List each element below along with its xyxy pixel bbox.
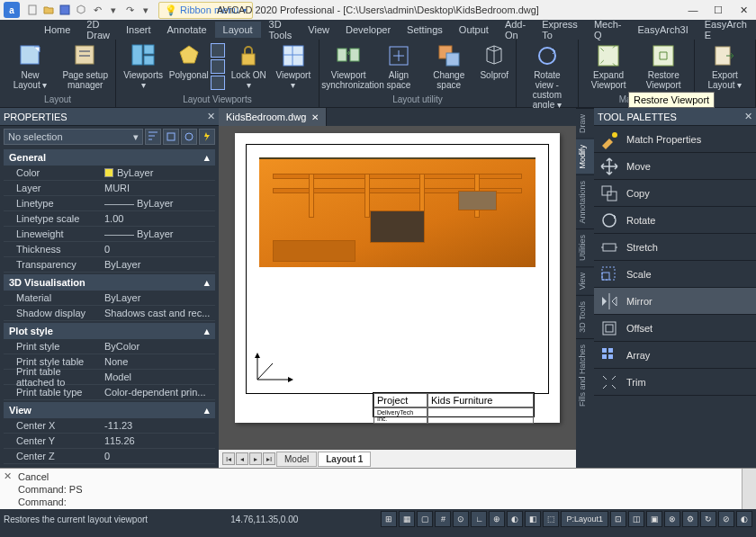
palette-stretch[interactable]: Stretch [594, 234, 756, 261]
lightning-icon[interactable] [199, 129, 215, 145]
menu-layout[interactable]: Layout [215, 22, 261, 38]
status-btn-r7[interactable]: ◐ [736, 511, 752, 527]
status-btn-r0[interactable]: ⊡ [610, 511, 626, 527]
ribbon-solprof-button[interactable]: Solprof [476, 41, 512, 92]
status-toggle-1[interactable]: ▦ [399, 511, 415, 527]
ribbon-layout-new-button[interactable]: New Layout ▾ [4, 41, 57, 92]
palette-offset[interactable]: Offset [594, 315, 756, 342]
viewport-small-btn[interactable] [211, 43, 225, 58]
palette-tab-annotations[interactable]: Annotations [576, 175, 594, 229]
prop-row[interactable]: LayerMURI [4, 181, 215, 196]
menu-developer[interactable]: Developer [338, 22, 399, 38]
ribbon-viewports-button[interactable]: Viewports ▾ [120, 41, 166, 92]
prop-section-plot-style[interactable]: Plot style▴ [4, 323, 215, 339]
status-toggle-7[interactable]: ◐ [507, 511, 523, 527]
ribbon-rotate-button[interactable]: Rotate view - custom angle ▾ [520, 41, 573, 112]
viewport-small-btn[interactable] [211, 76, 225, 90]
palette-scale[interactable]: Scale [594, 261, 756, 288]
status-toggle-6[interactable]: ⊕ [489, 511, 505, 527]
palette-tab-fills-and-hatches[interactable]: Fills and Hatches [576, 338, 594, 412]
palette-tab-draw[interactable]: Draw [576, 108, 594, 139]
tab-close-icon[interactable]: ✕ [311, 112, 319, 122]
prop-row[interactable]: MaterialByLayer [4, 291, 215, 306]
status-btn-r2[interactable]: ▣ [646, 511, 662, 527]
layout1-tab[interactable]: Layout 1 [318, 452, 371, 467]
palettes-close-icon[interactable]: ✕ [744, 111, 752, 122]
pick-toggle-icon[interactable] [181, 129, 197, 145]
prop-section-3d-visualisation[interactable]: 3D Visualisation▴ [4, 274, 215, 291]
status-toggle-5[interactable]: ∟ [471, 511, 487, 527]
layout-canvas[interactable]: ProjectKids Furniture DeliveryTech Inc. [219, 126, 576, 450]
menu-annotate[interactable]: Annotate [159, 22, 215, 38]
palette-tab-modify[interactable]: Modify [576, 139, 594, 175]
menu-output[interactable]: Output [451, 22, 497, 38]
ribbon-align-button[interactable]: Align space [376, 41, 421, 92]
prop-row[interactable]: Print table typeColor-dependent prin... [4, 385, 215, 400]
tab-prev-icon[interactable]: ◂ [236, 452, 248, 465]
qat-save-icon[interactable] [58, 3, 72, 17]
palette-mirror[interactable]: Mirror [594, 288, 756, 315]
palette-tab-view[interactable]: View [576, 266, 594, 295]
palette-tab-3d-tools[interactable]: 3D Tools [576, 295, 594, 338]
prop-row[interactable]: Center Y115.26 [4, 434, 215, 449]
qat-redo-icon[interactable]: ↷ [122, 3, 137, 17]
qat-undo-list-icon[interactable]: ▾ [106, 3, 121, 17]
model-tab[interactable]: Model [276, 452, 317, 467]
maximize-button[interactable]: ☐ [706, 0, 731, 20]
status-layout-button[interactable]: P:Layout1 [561, 511, 608, 527]
ribbon-page-setup-button[interactable]: Page setup manager [58, 41, 112, 92]
document-tab[interactable]: KidsBedroom.dwg ✕ [219, 108, 327, 126]
ribbon-expand-button[interactable]: Expand Viewport [582, 41, 635, 92]
status-toggle-4[interactable]: ⊙ [453, 511, 469, 527]
menu-view[interactable]: View [300, 22, 338, 38]
palette-copy[interactable]: Copy [594, 180, 756, 207]
prop-row[interactable]: Shadow displayShadows cast and rec... [4, 306, 215, 321]
prop-row[interactable]: Thickness0 [4, 242, 215, 257]
status-toggle-8[interactable]: ◧ [525, 511, 541, 527]
status-btn-r1[interactable]: ◫ [628, 511, 644, 527]
prop-row[interactable]: TransparencyByLayer [4, 257, 215, 273]
status-toggle-3[interactable]: # [435, 511, 451, 527]
palette-move[interactable]: Move [594, 153, 756, 180]
ribbon-change-space-button[interactable]: Change space [423, 41, 474, 92]
cmd-scrollbar[interactable] [742, 469, 756, 509]
close-button[interactable]: ✕ [731, 0, 756, 20]
status-toggle-0[interactable]: ⊞ [381, 511, 397, 527]
prop-row[interactable]: ColorByLayer [4, 166, 215, 181]
ribbon-viewport-button[interactable]: Viewport ▾ [272, 41, 315, 92]
status-btn-r6[interactable]: ⊘ [718, 511, 734, 527]
ribbon-sync-button[interactable]: Viewport synchronization [323, 41, 374, 92]
menu-insert[interactable]: Insert [118, 22, 159, 38]
status-btn-r5[interactable]: ↻ [700, 511, 716, 527]
qat-new-icon[interactable] [25, 3, 40, 17]
palette-match-properties[interactable]: Match Properties [594, 126, 756, 153]
qat-undo-icon[interactable]: ↶ [90, 3, 104, 17]
status-btn-r3[interactable]: ⊗ [664, 511, 680, 527]
selection-dropdown[interactable]: No selection▾ [4, 129, 143, 145]
prop-row[interactable]: Center Z0 [4, 449, 215, 464]
quick-select-icon[interactable] [145, 129, 161, 145]
status-btn-r4[interactable]: ⚙ [682, 511, 698, 527]
menu-settings[interactable]: Settings [399, 22, 451, 38]
qat-cube-icon[interactable] [74, 3, 88, 17]
prop-section-general[interactable]: General▴ [4, 149, 215, 166]
status-toggle-9[interactable]: ⬚ [543, 511, 559, 527]
prop-row[interactable]: Linetype scale1.00 [4, 211, 215, 227]
ribbon-export-button[interactable]: Export Layout ▾ [698, 41, 752, 92]
palette-array[interactable]: Array [594, 342, 756, 369]
properties-close-icon[interactable]: ✕ [207, 111, 215, 122]
prop-row[interactable]: Print table attached toModel [4, 370, 215, 385]
minimize-button[interactable]: — [680, 0, 706, 20]
palette-tab-utilities[interactable]: Utilities [576, 228, 594, 266]
ribbon-restore-button[interactable]: Restore Viewport [637, 41, 690, 92]
menu-home[interactable]: Home [36, 22, 78, 38]
qat-open-icon[interactable] [41, 3, 56, 17]
status-toggle-2[interactable]: ▢ [417, 511, 433, 527]
qat-redo-list-icon[interactable]: ▾ [139, 3, 153, 17]
ribbon-polygonal-button[interactable]: Polygonal [168, 41, 209, 92]
command-line[interactable]: ✕ Cancel Command: PS Command: [0, 468, 756, 509]
prop-row[interactable]: Print styleByColor [4, 339, 215, 354]
prop-row[interactable]: Width184.47 [4, 464, 215, 468]
ribbon-lock-button[interactable]: Lock ON ▾ [227, 41, 270, 92]
cmd-close-icon[interactable]: ✕ [0, 469, 14, 509]
